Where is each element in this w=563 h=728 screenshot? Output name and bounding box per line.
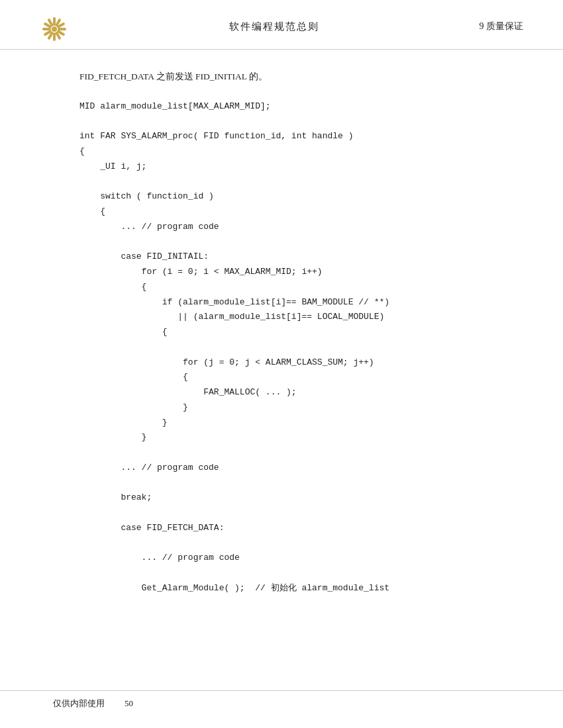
footer-label: 仅供内部使用 — [53, 698, 105, 709]
section-label: 9 质量保证 — [480, 21, 524, 32]
page: 软件编程规范总则 9 质量保证 FID_FETCH_DATA 之前发送 FID_… — [0, 0, 563, 728]
code-block: MID alarm_module_list[MAX_ALARM_MID]; in… — [79, 99, 510, 596]
intro-text-line1: FID_FETCH_DATA 之前发送 FID_INITIAL 的。 — [79, 71, 268, 81]
intro-paragraph: FID_FETCH_DATA 之前发送 FID_INITIAL 的。 — [79, 69, 510, 85]
logo-icon — [40, 12, 69, 41]
page-number: 50 — [125, 698, 133, 709]
page-footer: 仅供内部使用 50 — [0, 690, 563, 709]
document-title: 软件编程规范总则 — [229, 21, 319, 33]
svg-rect-1 — [53, 17, 56, 26]
svg-point-0 — [52, 26, 57, 32]
page-content: FID_FETCH_DATA 之前发送 FID_INITIAL 的。 MID a… — [0, 50, 563, 616]
svg-rect-4 — [58, 28, 66, 30]
page-header: 软件编程规范总则 9 质量保证 — [0, 0, 563, 50]
svg-rect-7 — [53, 32, 56, 41]
svg-rect-10 — [42, 28, 51, 30]
